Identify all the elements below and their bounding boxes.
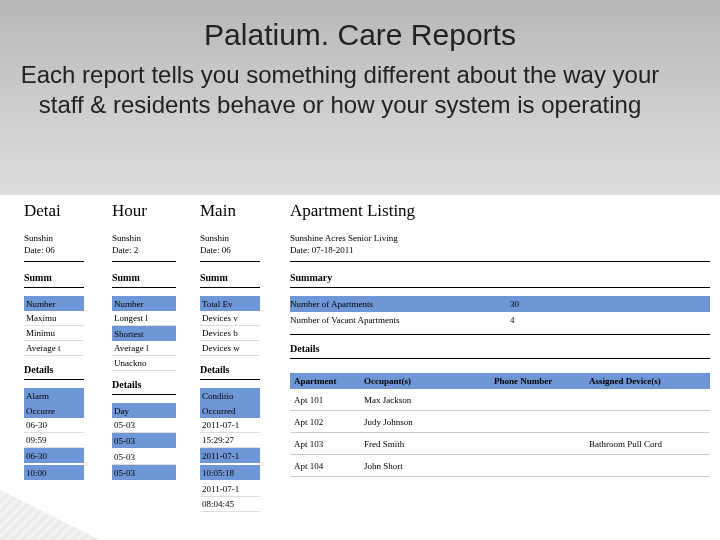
- divider: [24, 287, 84, 288]
- table-row: Apt 102Judy Johnson: [290, 411, 710, 433]
- table-row: Apt 103Fred SmithBathroom Pull Cord: [290, 433, 710, 455]
- summary-row: Shortest: [112, 326, 176, 341]
- slide-title: Palatium. Care Reports: [0, 18, 720, 52]
- summary-row: Number of Apartments30: [290, 296, 710, 312]
- summary-label: Summ: [24, 272, 84, 283]
- summary-row: Devices b: [200, 326, 260, 341]
- details-label: Details: [200, 364, 260, 375]
- detail-row: 05-03: [112, 465, 176, 480]
- summary-header: Number: [24, 296, 84, 311]
- reports-area: Detai Sunshin Date: 06 Summ Number Maxim…: [0, 195, 720, 540]
- divider: [200, 379, 260, 380]
- report-date: Date: 07-18-2011: [290, 245, 710, 255]
- summary-header: Total Ev: [200, 296, 260, 311]
- divider: [200, 287, 260, 288]
- divider: [24, 261, 84, 262]
- col-phone: Phone Number: [490, 376, 585, 386]
- report-date: Date: 06: [24, 245, 84, 255]
- report-hour: Hour Sunshin Date: 2 Summ Number Longest…: [112, 195, 176, 482]
- report-date: Date: 06: [200, 245, 260, 255]
- summary-row: Unackno: [112, 356, 176, 371]
- report-apartment-listing: Apartment Listing Sunshine Acres Senior …: [290, 195, 710, 477]
- details-header: Occurred: [200, 403, 260, 418]
- details-header: Alarm: [24, 388, 84, 403]
- slide-subtitle: Each report tells you something differen…: [20, 60, 660, 120]
- detail-row: 2011-07-1: [200, 482, 260, 497]
- summary-row: Devices w: [200, 341, 260, 356]
- details-header: Conditio: [200, 388, 260, 403]
- summary-row: Average t: [24, 341, 84, 356]
- summary-label: Summ: [112, 272, 176, 283]
- report-detail: Detai Sunshin Date: 06 Summ Number Maxim…: [24, 195, 84, 482]
- table-header: Apartment Occupant(s) Phone Number Assig…: [290, 373, 710, 389]
- col-device: Assigned Device(s): [585, 376, 705, 386]
- divider: [24, 379, 84, 380]
- report-head: Hour: [112, 201, 176, 221]
- divider: [290, 334, 710, 335]
- summary-header: Number: [112, 296, 176, 311]
- divider: [290, 261, 710, 262]
- detail-row: 06-30: [24, 448, 84, 463]
- summary-row: Minimu: [24, 326, 84, 341]
- detail-row: 06-30: [24, 418, 84, 433]
- report-head: Apartment Listing: [290, 201, 710, 221]
- summary-label: Summ: [200, 272, 260, 283]
- org-name: Sunshin: [200, 233, 260, 243]
- org-name: Sunshine Acres Senior Living: [290, 233, 710, 243]
- detail-row: 05-03: [112, 450, 176, 465]
- table-row: Apt 104John Short: [290, 455, 710, 477]
- divider: [112, 394, 176, 395]
- divider: [290, 358, 710, 359]
- details-label: Details: [290, 343, 710, 354]
- details-label: Details: [112, 379, 176, 390]
- details-header: Occurre: [24, 403, 84, 418]
- report-date: Date: 2: [112, 245, 176, 255]
- org-name: Sunshin: [112, 233, 176, 243]
- col-apartment: Apartment: [290, 376, 360, 386]
- details-header: Day: [112, 403, 176, 418]
- summary-row: Longest l: [112, 311, 176, 326]
- divider: [112, 287, 176, 288]
- summary-label: Summary: [290, 272, 710, 283]
- detail-row: 08:04:45: [200, 497, 260, 512]
- detail-row: 15:29:27: [200, 433, 260, 448]
- summary-row: Number of Vacant Apartments4: [290, 312, 710, 328]
- detail-row: 2011-07-1: [200, 448, 260, 463]
- detail-row: 05-03: [112, 433, 176, 448]
- col-occupant: Occupant(s): [360, 376, 490, 386]
- summary-row: Average l: [112, 341, 176, 356]
- report-main: Main Sunshin Date: 06 Summ Total Ev Devi…: [200, 195, 260, 512]
- details-label: Details: [24, 364, 84, 375]
- table-row: Apt 101Max Jackson: [290, 389, 710, 411]
- org-name: Sunshin: [24, 233, 84, 243]
- detail-row: 05-03: [112, 418, 176, 433]
- divider: [112, 261, 176, 262]
- report-head: Main: [200, 201, 260, 221]
- detail-row: 10:05:18: [200, 465, 260, 480]
- detail-row: 09:59: [24, 433, 84, 448]
- summary-row: Maximu: [24, 311, 84, 326]
- detail-row: 2011-07-1: [200, 418, 260, 433]
- detail-row: 10:00: [24, 465, 84, 480]
- summary-row: Devices v: [200, 311, 260, 326]
- report-head: Detai: [24, 201, 84, 221]
- divider: [200, 261, 260, 262]
- divider: [290, 287, 710, 288]
